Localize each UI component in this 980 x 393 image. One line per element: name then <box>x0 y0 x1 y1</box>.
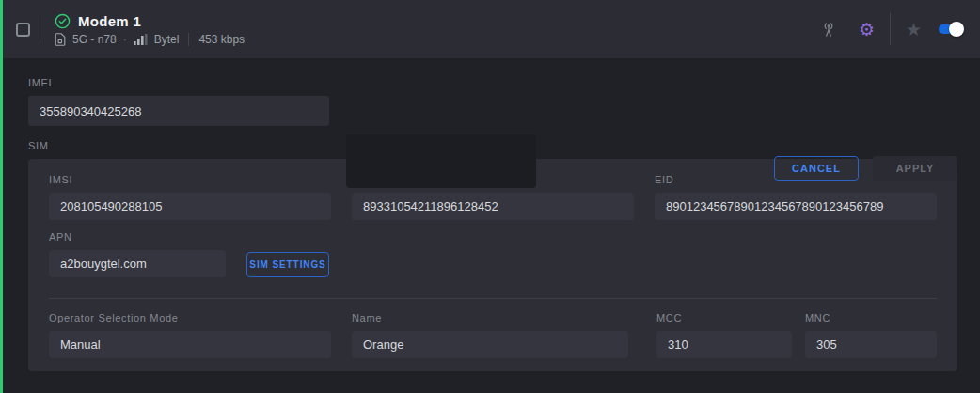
imsi-field: IMSI <box>49 174 331 220</box>
modem-select-checkbox[interactable] <box>16 23 30 37</box>
gear-icon[interactable]: ⚙ <box>859 21 875 39</box>
sim-card-panel: IMSI ICCID EID APN SIM SETTINGS <box>28 159 957 371</box>
operator-mode-field: Operator Selection Mode <box>49 312 331 358</box>
imei-input[interactable] <box>28 96 329 126</box>
cell-scan-icon[interactable] <box>819 20 838 39</box>
status-ok-icon <box>55 13 71 29</box>
apn-field: APN <box>49 231 226 277</box>
star-favorite-icon[interactable]: ★ <box>906 21 922 39</box>
toggle-knob <box>949 22 964 37</box>
sim-settings-button[interactable]: SIM SETTINGS <box>246 252 329 277</box>
mcc-input[interactable] <box>656 331 792 358</box>
mcc-field: MCC <box>656 312 792 358</box>
sub-divider <box>188 33 189 46</box>
modem-settings-form: IMEI CANCEL APPLY SIM IMSI ICCID EID <box>0 58 980 371</box>
card-divider <box>49 298 937 299</box>
apn-label: APN <box>49 231 226 243</box>
apn-input[interactable] <box>49 250 226 277</box>
background-shade <box>346 134 536 188</box>
imei-field: IMEI <box>28 77 329 126</box>
left-accent-bar <box>0 0 3 393</box>
operator-name-input[interactable] <box>352 331 628 358</box>
dot-separator: · <box>123 34 127 45</box>
imsi-label: IMSI <box>49 174 331 185</box>
mnc-input[interactable] <box>805 331 937 358</box>
iccid-input[interactable] <box>352 193 634 220</box>
mnc-field: MNC <box>805 312 937 358</box>
cancel-button[interactable]: CANCEL <box>774 156 859 181</box>
imei-label: IMEI <box>28 77 329 88</box>
operator-name-label: Name <box>352 312 628 323</box>
network-band-label: 5G - n78 <box>72 33 117 46</box>
modem-title: Modem 1 <box>78 13 141 29</box>
modem-panel: Modem 1 5G - n78 · <box>0 0 980 393</box>
carrier-label: Bytel <box>154 33 180 46</box>
operator-mode-input[interactable] <box>49 331 331 358</box>
header-divider <box>40 15 40 43</box>
apply-button[interactable]: APPLY <box>873 156 957 181</box>
mcc-label: MCC <box>656 312 792 323</box>
modem-header: Modem 1 5G - n78 · <box>0 0 980 58</box>
header-divider-right <box>890 13 891 45</box>
imsi-input[interactable] <box>49 193 331 220</box>
speed-label: 453 kbps <box>198 33 245 46</box>
form-actions: CANCEL APPLY <box>774 156 957 181</box>
mnc-label: MNC <box>805 312 937 323</box>
sim-card-icon <box>55 33 66 46</box>
eid-field: EID <box>655 174 937 220</box>
signal-bars-icon <box>134 34 148 45</box>
eid-input[interactable] <box>655 193 937 220</box>
operator-name-field: Name <box>352 312 628 358</box>
modem-enable-toggle[interactable] <box>939 24 961 34</box>
operator-mode-label: Operator Selection Mode <box>49 312 331 323</box>
modem-title-block: Modem 1 5G - n78 · <box>55 13 245 46</box>
